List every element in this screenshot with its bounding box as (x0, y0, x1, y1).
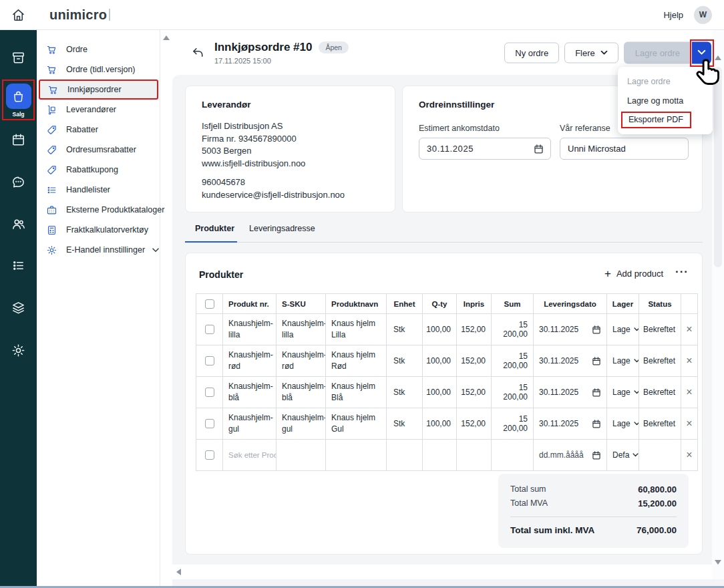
sidebar-item[interactable]: Fraktkalkulatorverktøy (39, 220, 158, 240)
calendar-icon[interactable] (534, 144, 543, 154)
tab-produkter[interactable]: Produkter (185, 222, 237, 242)
remove-row-button[interactable]: × (686, 323, 692, 335)
row-checkbox[interactable] (205, 325, 214, 334)
scroll-down-arrow[interactable] (715, 560, 721, 565)
dropdown-menu-item[interactable]: Lagre ordre (618, 71, 713, 91)
cell-qty[interactable]: 100,00 (423, 345, 457, 377)
sidebar-item-label: Ordresumsrabatter (66, 145, 136, 154)
sidebar-item[interactable]: Ordre (tidl.versjon) (39, 59, 158, 80)
cell-price[interactable]: 152,00 (457, 314, 492, 345)
cell-product-no: Knaushjelm-blå (223, 377, 277, 408)
remove-row-button[interactable]: × (686, 418, 692, 429)
sidebar-scrollbar[interactable] (160, 30, 172, 586)
scroll-up-arrow[interactable] (163, 35, 170, 40)
cell-stock-select[interactable]: Lage (607, 408, 639, 440)
scroll-up-arrow[interactable] (715, 55, 721, 60)
primary-sidebar-item[interactable] (0, 174, 37, 190)
tag-icon (46, 164, 57, 176)
totals-panel: Total sum60,800.00 Total MVA15,200.00 To… (498, 474, 689, 548)
calendar-icon[interactable] (592, 325, 600, 334)
sidebar-item[interactable]: E-Handel innstillinger (39, 240, 158, 260)
cell-sum: 15 200,00 (492, 345, 534, 377)
remove-row-button[interactable]: × (686, 355, 692, 366)
add-product-button[interactable]: + Add product (604, 268, 663, 279)
remove-row-button[interactable]: × (686, 449, 692, 460)
primary-sidebar-item[interactable] (0, 258, 37, 273)
cell-price[interactable]: 152,00 (457, 345, 492, 377)
cell-price[interactable]: 152,00 (457, 377, 492, 408)
our-reference-input[interactable]: Unni Microstad (560, 138, 689, 160)
primary-sidebar-item[interactable] (0, 50, 37, 65)
cell-price[interactable]: 152,00 (457, 408, 492, 440)
gear-icon (11, 343, 26, 358)
cell-stock-select[interactable]: Lage (607, 377, 639, 408)
sidebar-item[interactable]: Rabattkupong (39, 160, 158, 180)
chat-icon (11, 174, 26, 190)
cell-delivery-date[interactable]: 30.11.2025 (534, 345, 607, 377)
supplier-icon (46, 104, 57, 116)
sidebar-item[interactable]: Handlelister (39, 180, 158, 200)
scroll-left-arrow[interactable] (176, 569, 181, 575)
row-checkbox[interactable] (205, 419, 214, 428)
cell-stock-select[interactable]: Lage (607, 345, 639, 377)
tab-leveringsadresse[interactable]: Leveringsadresse (249, 222, 315, 242)
primary-sidebar-item[interactable] (0, 216, 37, 232)
vertical-scrollbar[interactable] (712, 30, 724, 579)
sidebar-item[interactable]: Innkjøpsordrer (39, 80, 158, 100)
home-icon[interactable] (0, 7, 37, 23)
row-checkbox[interactable] (205, 388, 214, 397)
user-avatar[interactable]: W (694, 6, 712, 24)
sidebar-item-label: Innkjøpsordrer (67, 85, 122, 94)
cell-delivery-date[interactable]: 30.11.2025 (534, 377, 607, 408)
calendar-icon[interactable] (592, 388, 600, 397)
calendar-icon[interactable] (592, 420, 600, 428)
primary-sidebar-item[interactable]: Salg (0, 84, 37, 118)
sidebar-item[interactable]: Rabatter (39, 120, 158, 140)
cell-stock-select[interactable]: Defa (607, 440, 639, 471)
back-button[interactable] (191, 45, 205, 59)
primary-sidebar-item[interactable] (0, 300, 37, 315)
active-tab-underline (185, 241, 237, 243)
products-card-title: Produkter (199, 269, 243, 280)
new-order-button[interactable]: Ny ordre (504, 42, 559, 63)
sidebar-item[interactable]: Ordre (39, 39, 158, 59)
calendar-icon[interactable] (592, 357, 600, 365)
help-link[interactable]: Hjelp (663, 10, 683, 20)
archive-icon (11, 50, 26, 65)
sidebar-item-label: Ordre (66, 45, 87, 54)
primary-sidebar-item[interactable] (0, 132, 37, 148)
select-all-checkbox[interactable] (205, 299, 214, 309)
cell-status: Bekreftet (639, 377, 681, 408)
cell-delivery-date[interactable]: 30.11.2025 (534, 408, 607, 440)
cell-qty[interactable]: 100,00 (423, 377, 457, 408)
more-options-icon[interactable]: ··· (675, 265, 689, 279)
cell-product-no: Knaushjelm-gul (223, 408, 277, 440)
arrival-date-input[interactable]: 30.11.2025 (419, 138, 551, 160)
save-options-caret-button[interactable] (692, 41, 711, 63)
total-incl-value: 76,000.00 (637, 523, 677, 539)
primary-sidebar-item[interactable] (0, 343, 37, 358)
save-order-button[interactable]: Lagre ordre (624, 41, 691, 63)
cell-qty[interactable]: 100,00 (423, 314, 457, 345)
sidebar-item[interactable]: Ordresumsrabatter (39, 140, 158, 160)
more-button[interactable]: Flere (564, 42, 618, 63)
cell-qty[interactable]: 100,00 (423, 408, 457, 440)
remove-row-button[interactable]: × (686, 386, 692, 398)
scrollbar-thumb[interactable] (714, 67, 722, 267)
content-area: Leverandør Isfjell Distribusjon AS Firma… (172, 75, 712, 565)
cell-delivery-date[interactable]: 30.11.2025 (534, 314, 607, 345)
calendar-icon[interactable] (592, 451, 600, 460)
product-search-input[interactable]: Søk etter Proc (223, 440, 277, 471)
cell-delivery-date[interactable]: dd.mm.åååå (534, 440, 607, 471)
horizontal-scrollbar[interactable] (172, 565, 724, 579)
primary-sidebar-item-label: Salg (13, 111, 25, 118)
row-checkbox[interactable] (205, 450, 214, 460)
row-checkbox[interactable] (205, 356, 214, 365)
dropdown-menu-item[interactable]: Lagre og motta (618, 91, 713, 110)
sidebar-item[interactable]: Leverandører (39, 100, 158, 120)
supplier-phone: 960045678 (202, 176, 379, 189)
cell-stock-select[interactable]: Lage (607, 314, 639, 345)
page-title: Innkjøpsordre #10 (214, 41, 312, 54)
dropdown-menu-item[interactable]: Eksporter PDF (618, 110, 713, 130)
sidebar-item[interactable]: Eksterne Produktkataloger (39, 200, 158, 220)
